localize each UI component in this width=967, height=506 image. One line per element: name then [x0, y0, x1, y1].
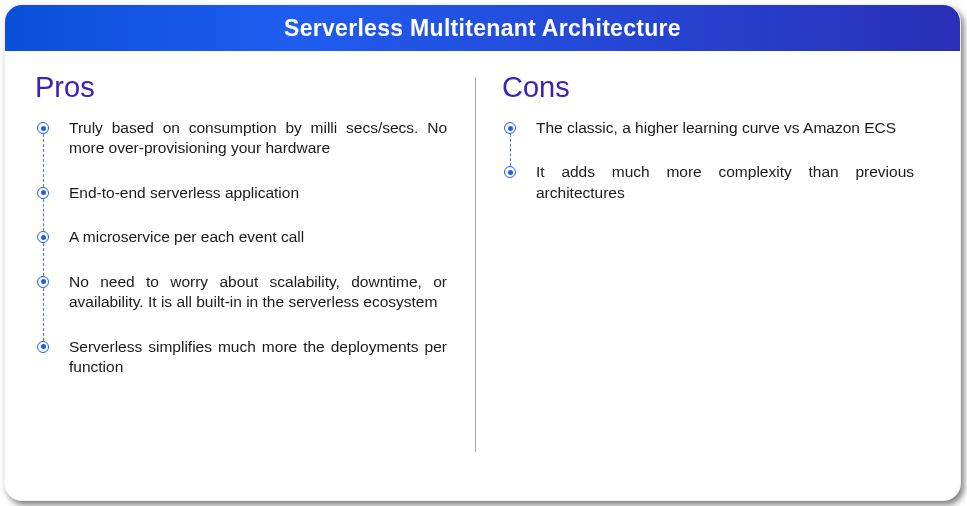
- list-item: End-to-end serverless application: [69, 183, 447, 203]
- connector-line: [510, 134, 511, 166]
- list-item-text: A microservice per each event call: [69, 228, 304, 245]
- pros-list: Truly based on consumption by milli secs…: [37, 118, 447, 378]
- connector-line: [43, 243, 44, 275]
- cons-column: Cons The classic, a higher learning curv…: [476, 71, 932, 480]
- list-item: Truly based on consumption by milli secs…: [69, 118, 447, 159]
- connector-line: [43, 134, 44, 187]
- card-body: Pros Truly based on consumption by milli…: [5, 51, 960, 500]
- bullet-icon: [504, 122, 516, 134]
- list-item-text: Truly based on consumption by milli secs…: [69, 119, 447, 156]
- bullet-icon: [37, 231, 49, 243]
- bullet-icon: [37, 187, 49, 199]
- list-item: The classic, a higher learning curve vs …: [536, 118, 914, 138]
- cons-title: Cons: [502, 71, 914, 104]
- connector-line: [43, 288, 44, 341]
- list-item-text: The classic, a higher learning curve vs …: [536, 119, 896, 136]
- bullet-icon: [37, 276, 49, 288]
- card-title: Serverless Multitenant Architecture: [284, 15, 681, 42]
- pros-column: Pros Truly based on consumption by milli…: [37, 71, 475, 480]
- bullet-icon: [504, 166, 516, 178]
- list-item: No need to worry about scalability, down…: [69, 272, 447, 313]
- bullet-icon: [37, 122, 49, 134]
- list-item: Serverless simplifies much more the de­p…: [69, 337, 447, 378]
- list-item-text: Serverless simplifies much more the de­p…: [69, 338, 447, 375]
- list-item: A microservice per each event call: [69, 227, 447, 247]
- cons-list: The classic, a higher learning curve vs …: [504, 118, 914, 203]
- pros-title: Pros: [35, 71, 447, 104]
- bullet-icon: [37, 341, 49, 353]
- list-item: It adds much more complexity than pre­vi…: [536, 162, 914, 203]
- list-item-text: It adds much more complexity than pre­vi…: [536, 163, 914, 200]
- card-header: Serverless Multitenant Architecture: [5, 5, 960, 51]
- list-item-text: End-to-end serverless application: [69, 184, 299, 201]
- list-item-text: No need to worry about scalability, down…: [69, 273, 447, 310]
- connector-line: [43, 199, 44, 231]
- architecture-card: Serverless Multitenant Architecture Pros…: [4, 4, 961, 501]
